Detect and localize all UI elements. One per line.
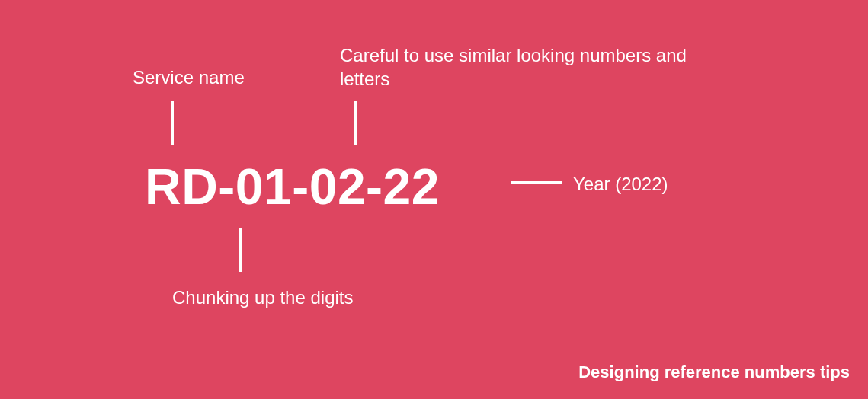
pointer-line-chunking — [239, 228, 242, 272]
pointer-line-careful — [354, 101, 357, 145]
annotation-year: Year (2022) — [573, 172, 668, 196]
pointer-line-year — [511, 181, 562, 184]
pointer-line-service — [171, 101, 174, 145]
annotation-service-name: Service name — [133, 65, 245, 89]
annotation-chunking: Chunking up the digits — [172, 286, 354, 309]
reference-number: RD-01-02-22 — [145, 158, 440, 215]
annotation-careful-similar: Careful to use similar looking numbers a… — [340, 43, 713, 91]
diagram-caption: Designing reference numbers tips — [578, 362, 850, 382]
